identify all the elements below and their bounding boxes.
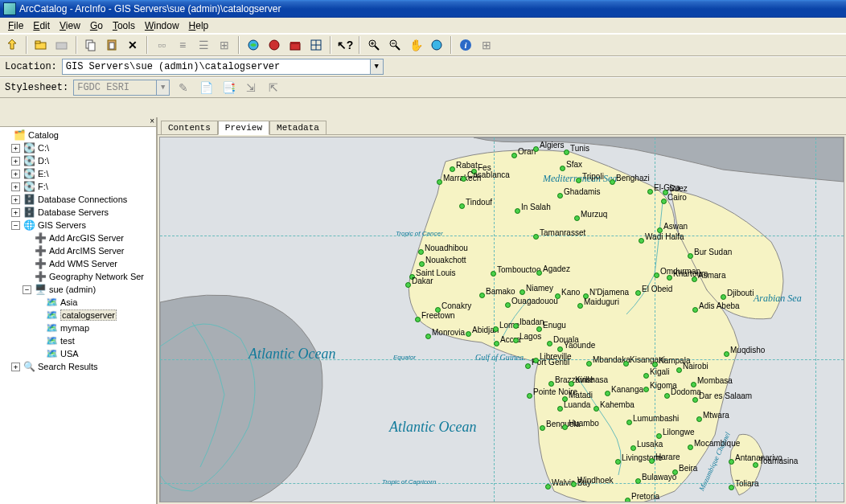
tree-gis-item[interactable]: ➕Add ArcIMS Server [2, 244, 154, 257]
city-point [425, 334, 431, 339]
city-point [610, 179, 615, 185]
metadata-properties-button: 📄 [197, 79, 215, 96]
svg-point-8 [269, 40, 279, 50]
city-point [520, 289, 525, 295]
svg-line-15 [375, 46, 379, 50]
up-button[interactable] [3, 36, 21, 54]
arctoolbox-button[interactable] [286, 36, 304, 54]
tree-drive[interactable]: +💽E:\ [2, 167, 154, 180]
tree-drive[interactable]: +💽F:\ [2, 180, 154, 193]
full-extent-button[interactable] [428, 36, 446, 54]
catalog-pane: × 🗂️ Catalog +💽C:\+💽D:\+💽E:\+💽F:\ +🗄️ Da… [0, 117, 158, 504]
tree-map-service[interactable]: 🗺️USA [2, 347, 154, 360]
tab-preview[interactable]: Preview [218, 121, 269, 135]
dropdown-arrow-icon[interactable]: ▼ [370, 59, 383, 74]
identify-button[interactable]: i [457, 36, 474, 54]
tree-gis-servers[interactable]: −🌐 GIS Servers [2, 219, 154, 232]
geography-network-button[interactable] [265, 36, 283, 54]
map-service-icon: 🗺️ [45, 297, 58, 308]
menu-help[interactable]: Help [184, 20, 214, 31]
zoom-out-button[interactable] [386, 36, 404, 54]
create-metadata-button: 📑 [220, 79, 237, 96]
menu-tools[interactable]: Tools [108, 20, 140, 31]
city-point [494, 341, 499, 346]
add-server-icon: ➕ [34, 271, 47, 282]
details-button[interactable]: ☰ [195, 36, 212, 54]
create-thumbnail-button[interactable]: ⊞ [478, 36, 495, 54]
menu-file[interactable]: File [3, 20, 28, 31]
svg-rect-4 [88, 43, 95, 51]
city-point [626, 420, 632, 425]
map-viewport[interactable]: Atlantic Ocean Atlantic Ocean Mediterran… [159, 137, 844, 502]
menu-go[interactable]: Go [85, 20, 108, 31]
copy-button[interactable] [82, 36, 100, 54]
city-point [583, 293, 589, 299]
city-point [527, 393, 532, 399]
menu-view[interactable]: View [55, 20, 85, 31]
large-icons-button[interactable]: ▫▫ [153, 36, 170, 54]
delete-button[interactable]: ✕ [124, 36, 142, 54]
tree-drive[interactable]: +💽C:\ [2, 141, 154, 154]
city-point [459, 203, 465, 209]
catalog-tree[interactable]: 🗂️ Catalog +💽C:\+💽D:\+💽E:\+💽F:\ +🗄️ Data… [0, 127, 156, 504]
tree-gis-item[interactable]: ➕Geography Network Ser [2, 270, 154, 283]
tree-database-servers[interactable]: +🗄️ Database Servers [2, 206, 154, 219]
folder-icon: 🗄️ [23, 194, 35, 205]
map-service-icon: 🗺️ [45, 309, 58, 321]
city-point [635, 290, 641, 296]
tab-metadata[interactable]: Metadata [269, 121, 326, 134]
svg-rect-1 [35, 41, 40, 43]
city-point [547, 341, 552, 346]
tree-sue-admin[interactable]: −🖥️ sue (admin) [2, 283, 154, 296]
map-service-icon: 🗺️ [45, 322, 58, 334]
city-point [724, 351, 729, 357]
whats-this-button[interactable]: ↖? [336, 36, 354, 54]
city-point [577, 303, 583, 309]
menu-window[interactable]: Window [140, 20, 184, 31]
tree-search-results[interactable]: +🔍 Search Results [2, 360, 154, 373]
zoom-in-button[interactable] [365, 36, 383, 54]
svg-rect-9 [290, 43, 300, 50]
city-point [615, 459, 621, 465]
menu-edit[interactable]: Edit [28, 20, 55, 31]
add-server-icon: ➕ [34, 258, 47, 269]
city-point [513, 338, 519, 343]
city-point [533, 146, 539, 152]
tree-gis-item[interactable]: ➕Add ArcGIS Server [2, 232, 154, 244]
tree-map-service[interactable]: 🗺️mymap [2, 322, 154, 334]
tab-contents[interactable]: Contents [161, 121, 218, 134]
city-point [557, 406, 563, 412]
city-point [649, 458, 655, 464]
tree-map-service[interactable]: 🗺️Asia [2, 296, 154, 309]
location-combo[interactable]: GIS Servers\sue (admin)\catalogserver ▼ [62, 59, 384, 75]
thumbnails-button[interactable]: ⊞ [216, 36, 233, 54]
paste-button[interactable] [103, 36, 121, 54]
dropdown-arrow-icon: ▼ [156, 80, 169, 95]
tree-database-connections[interactable]: +🗄️ Database Connections [2, 193, 154, 206]
modelbuilder-button[interactable] [307, 36, 325, 54]
tree-root[interactable]: 🗂️ Catalog [2, 129, 154, 141]
tree-map-service[interactable]: 🗺️catalogserver [2, 309, 154, 322]
close-icon[interactable]: × [150, 117, 154, 125]
city-point [663, 190, 668, 195]
list-button[interactable]: ≡ [174, 36, 191, 54]
city-point [536, 326, 542, 332]
tree-drive[interactable]: +💽D:\ [2, 154, 154, 167]
disconnect-folder-button[interactable] [53, 36, 71, 54]
pan-button[interactable]: ✋ [407, 36, 425, 54]
ocean-label-guinea: Gulf of Guinea [475, 353, 524, 362]
city-point [688, 253, 693, 259]
connect-folder-button[interactable] [32, 36, 50, 54]
tropic-cancer-label: Tropic of Cancer [396, 230, 443, 237]
map-service-icon: 🗺️ [45, 335, 58, 346]
city-point [623, 361, 629, 367]
tree-gis-item[interactable]: ➕Add WMS Server [2, 257, 154, 270]
launch-arcmap-button[interactable] [244, 36, 262, 54]
tree-map-service[interactable]: 🗺️test [2, 334, 154, 347]
location-label: Location: [5, 61, 57, 72]
city-point [491, 271, 496, 277]
city-point [540, 425, 545, 431]
city-point [593, 406, 599, 412]
city-point [692, 307, 698, 313]
city-point [533, 234, 539, 240]
